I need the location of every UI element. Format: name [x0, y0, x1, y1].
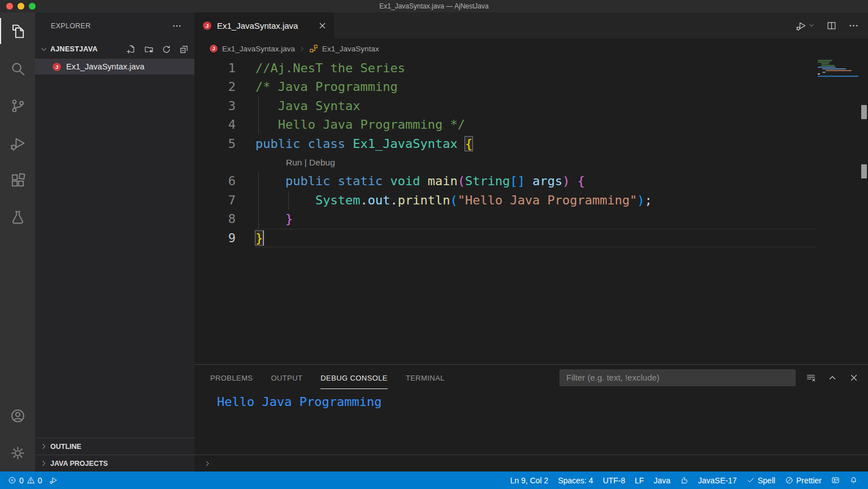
- breadcrumb-symbol[interactable]: Ex1_JavaSyntax: [322, 45, 379, 53]
- line-number[interactable]: 3: [194, 97, 255, 115]
- code-line-4: 4 Hello Java Programming */: [194, 115, 815, 134]
- status-problems[interactable]: 00: [5, 476, 46, 485]
- panel-tab-debug-console[interactable]: DEBUG CONSOLE: [320, 366, 388, 389]
- status-encoding[interactable]: UTF-8: [600, 476, 629, 485]
- status-cursor-position-label: Ln 9, Col 2: [510, 476, 549, 485]
- chevron-right-icon: [299, 46, 305, 52]
- explorer-folder-section[interactable]: AJNESTJAVA: [35, 40, 194, 59]
- line-content[interactable]: }: [255, 229, 815, 247]
- java-file-icon: J: [209, 44, 218, 53]
- prettier-icon: [785, 476, 793, 484]
- new-file-icon[interactable]: [127, 45, 136, 54]
- minimap-line: [821, 65, 835, 66]
- close-panel-icon[interactable]: [849, 373, 859, 383]
- line-number[interactable]: 9: [194, 229, 255, 247]
- activity-item-search[interactable]: [0, 50, 35, 87]
- minimap-line: [818, 67, 836, 68]
- line-content[interactable]: //Aj.NesT the Series: [255, 59, 815, 77]
- file-item-ex1-javasyntax[interactable]: J Ex1_JavaSyntax.java: [35, 59, 194, 75]
- collapse-all-icon[interactable]: [179, 45, 189, 54]
- line-content[interactable]: /* Java Programming: [255, 77, 815, 96]
- line-content[interactable]: public static void main(String[] args) {: [255, 172, 815, 190]
- clear-console-icon[interactable]: [806, 373, 816, 383]
- check-icon: [747, 476, 755, 484]
- debug-console-filter-input[interactable]: [559, 369, 796, 386]
- codelens-debug-link[interactable]: Debug: [309, 158, 335, 167]
- run-or-debug-button[interactable]: [796, 20, 815, 31]
- panel-tab-output[interactable]: OUTPUT: [271, 366, 302, 389]
- status-indentation-label: Spaces: 4: [558, 476, 593, 485]
- breadcrumb-file[interactable]: Ex1_JavaSyntax.java: [222, 45, 295, 53]
- debug-console-input[interactable]: [194, 455, 868, 471]
- svg-text:J: J: [206, 22, 209, 28]
- error-icon: [8, 476, 16, 484]
- panel-tab-terminal[interactable]: TERMINAL: [406, 366, 445, 389]
- refresh-icon[interactable]: [162, 45, 171, 54]
- tab-label: Ex1_JavaSyntax.java: [217, 21, 298, 30]
- new-folder-icon[interactable]: [144, 45, 154, 54]
- code-line-9: 9}: [194, 229, 815, 247]
- console-output-line: Hello Java Programming: [217, 395, 868, 409]
- status-java-mode[interactable]: [676, 476, 692, 484]
- line-content[interactable]: }: [255, 209, 815, 228]
- tab-ex1-javasyntax[interactable]: J Ex1_JavaSyntax.java: [194, 12, 334, 38]
- panel-tab-problems[interactable]: PROBLEMS: [210, 366, 253, 389]
- codelens-run-link[interactable]: Run: [286, 158, 302, 167]
- activity-item-source-control[interactable]: [0, 87, 35, 124]
- status-debug-start[interactable]: [46, 476, 61, 484]
- status-indentation[interactable]: Spaces: 4: [554, 476, 596, 485]
- status-spell-checker[interactable]: Spell: [743, 476, 779, 485]
- codelens-row: Run | Debug: [194, 153, 815, 172]
- minimap[interactable]: [818, 59, 860, 77]
- status-prettier[interactable]: Prettier: [782, 476, 825, 485]
- close-window-button[interactable]: [6, 3, 13, 10]
- editor-actions: [796, 12, 859, 38]
- status-problems-label: 0: [19, 476, 24, 485]
- status-eol[interactable]: LF: [631, 476, 647, 485]
- line-number[interactable]: [194, 153, 255, 172]
- overview-ruler-scrollbar[interactable]: [860, 59, 868, 364]
- ellipsis-icon[interactable]: [172, 21, 182, 31]
- status-notifications[interactable]: [846, 476, 861, 484]
- title-bar: Ex1_JavaSyntax.java — AjNestJava: [0, 0, 868, 12]
- codelens-separator: |: [302, 158, 309, 167]
- activity-item-testing[interactable]: [0, 199, 35, 236]
- close-tab-icon[interactable]: [318, 21, 327, 30]
- indent-guide: [288, 191, 289, 209]
- activity-item-explorer[interactable]: [0, 12, 35, 50]
- minimap-current-line-marker: [818, 76, 858, 77]
- line-number[interactable]: 1: [194, 59, 255, 77]
- line-content[interactable]: Java Syntax: [255, 97, 815, 115]
- minimize-window-button[interactable]: [18, 3, 24, 10]
- indent-guide: [258, 97, 259, 115]
- status-cursor-position[interactable]: Ln 9, Col 2: [507, 476, 552, 485]
- line-number[interactable]: 5: [194, 134, 255, 153]
- outline-section-header[interactable]: OUTLINE: [35, 438, 194, 455]
- line-number[interactable]: 8: [194, 209, 255, 228]
- status-feedback[interactable]: [828, 476, 843, 484]
- line-content[interactable]: Hello Java Programming */: [255, 115, 815, 134]
- line-content[interactable]: Run | Debug: [255, 153, 815, 172]
- code-editor[interactable]: 1//Aj.NesT the Series2/* Java Programmin…: [194, 59, 868, 364]
- line-content[interactable]: System.out.println("Hello Java Programmi…: [255, 191, 815, 209]
- line-content[interactable]: public class Ex1_JavaSyntax {: [255, 134, 815, 153]
- line-number[interactable]: 2: [194, 77, 255, 96]
- activity-item-extensions[interactable]: [0, 161, 35, 199]
- status-language-mode[interactable]: Java: [650, 476, 674, 485]
- activity-item-accounts[interactable]: [0, 397, 35, 434]
- breadcrumb: J Ex1_JavaSyntax.java Ex1_JavaSyntax: [194, 38, 868, 59]
- split-editor-icon[interactable]: [826, 20, 837, 31]
- svg-text:J: J: [212, 46, 215, 51]
- activity-item-settings[interactable]: [0, 434, 35, 471]
- line-number[interactable]: 4: [194, 115, 255, 134]
- java-projects-section-header[interactable]: JAVA PROJECTS: [35, 455, 194, 471]
- line-number[interactable]: 7: [194, 191, 255, 209]
- zoom-window-button[interactable]: [29, 3, 36, 10]
- more-actions-icon[interactable]: [848, 20, 859, 31]
- line-number[interactable]: 6: [194, 172, 255, 190]
- outline-label: OUTLINE: [50, 443, 81, 451]
- text-cursor: [263, 230, 264, 246]
- activity-item-run-and-debug[interactable]: [0, 124, 35, 161]
- maximize-panel-icon[interactable]: [827, 373, 837, 383]
- status-java-runtime[interactable]: JavaSE-17: [695, 476, 740, 485]
